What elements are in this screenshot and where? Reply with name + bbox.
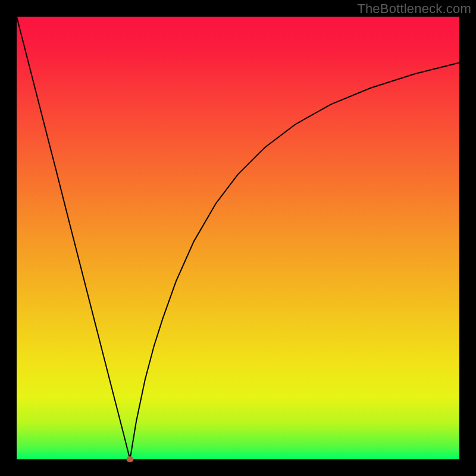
curve-svg [17,17,459,459]
minimum-marker [127,456,134,462]
chart-frame: TheBottleneck.com [0,0,476,476]
plot-area [17,17,459,459]
watermark-text: TheBottleneck.com [357,1,471,17]
curve-path [17,17,459,459]
